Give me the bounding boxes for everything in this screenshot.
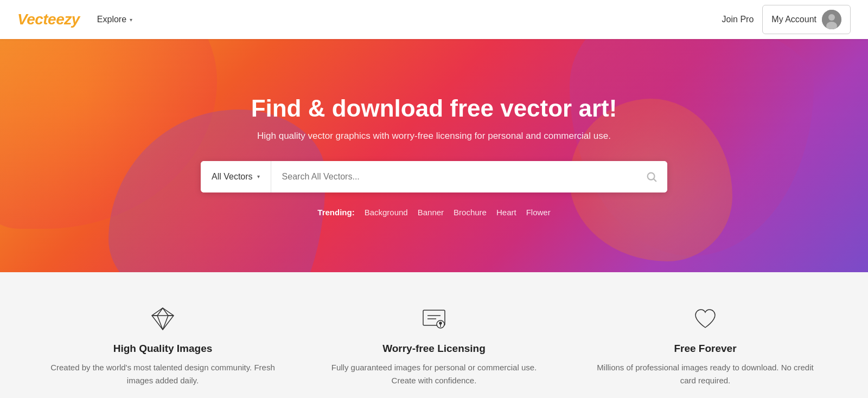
trending-item-banner[interactable]: Banner	[418, 208, 444, 217]
feature-quality-desc: Created by the world's most talented des…	[49, 361, 277, 387]
feature-free-desc: Millions of professional images ready to…	[591, 361, 819, 387]
avatar	[822, 10, 841, 29]
trending-section: Trending: Background Banner Brochure Hea…	[201, 208, 667, 217]
hero-subtitle: High quality vector graphics with worry-…	[201, 131, 667, 142]
features-section: High Quality Images Created by the world…	[0, 272, 868, 398]
search-type-button[interactable]: All Vectors ▾	[201, 161, 271, 192]
feature-free: Free Forever Millions of professional im…	[570, 305, 841, 387]
logo[interactable]: Vecteezy	[17, 11, 80, 28]
search-icon	[646, 171, 658, 183]
feature-quality: High Quality Images Created by the world…	[27, 305, 298, 387]
trending-item-heart[interactable]: Heart	[496, 208, 516, 217]
hero-title: Find & download free vector art!	[201, 94, 667, 123]
hero-content: Find & download free vector art! High qu…	[190, 94, 678, 217]
header-left: Vecteezy Explore ▾	[17, 11, 132, 28]
trending-item-flower[interactable]: Flower	[526, 208, 551, 217]
license-icon	[420, 305, 448, 333]
my-account-button[interactable]: My Account	[762, 5, 851, 34]
heart-icon	[691, 305, 719, 333]
header: Vecteezy Explore ▾ Join Pro My Account	[0, 0, 868, 39]
svg-point-1	[828, 14, 835, 21]
header-right: Join Pro My Account	[722, 5, 851, 34]
diamond-icon	[149, 305, 177, 333]
search-type-label: All Vectors	[212, 172, 253, 182]
join-pro-button[interactable]: Join Pro	[722, 15, 754, 24]
search-button[interactable]	[636, 161, 667, 192]
svg-marker-5	[152, 308, 174, 330]
feature-licensing-title: Worry-free Licensing	[320, 343, 548, 355]
explore-button[interactable]: Explore ▾	[97, 15, 132, 24]
my-account-label: My Account	[771, 15, 816, 24]
svg-line-4	[654, 179, 656, 181]
chevron-down-icon: ▾	[130, 17, 132, 23]
feature-free-title: Free Forever	[591, 343, 819, 355]
search-bar: All Vectors ▾	[201, 161, 667, 192]
search-type-chevron-icon: ▾	[257, 174, 260, 179]
search-input[interactable]	[271, 161, 636, 192]
feature-licensing: Worry-free Licensing Fully guaranteed im…	[298, 305, 570, 387]
explore-label: Explore	[97, 15, 126, 24]
trending-item-background[interactable]: Background	[365, 208, 408, 217]
svg-point-11	[439, 322, 442, 324]
hero-section: Find & download free vector art! High qu…	[0, 39, 868, 272]
trending-item-brochure[interactable]: Brochure	[454, 208, 487, 217]
trending-label: Trending:	[317, 208, 354, 217]
feature-licensing-desc: Fully guaranteed images for personal or …	[320, 361, 548, 387]
feature-quality-title: High Quality Images	[49, 343, 277, 355]
